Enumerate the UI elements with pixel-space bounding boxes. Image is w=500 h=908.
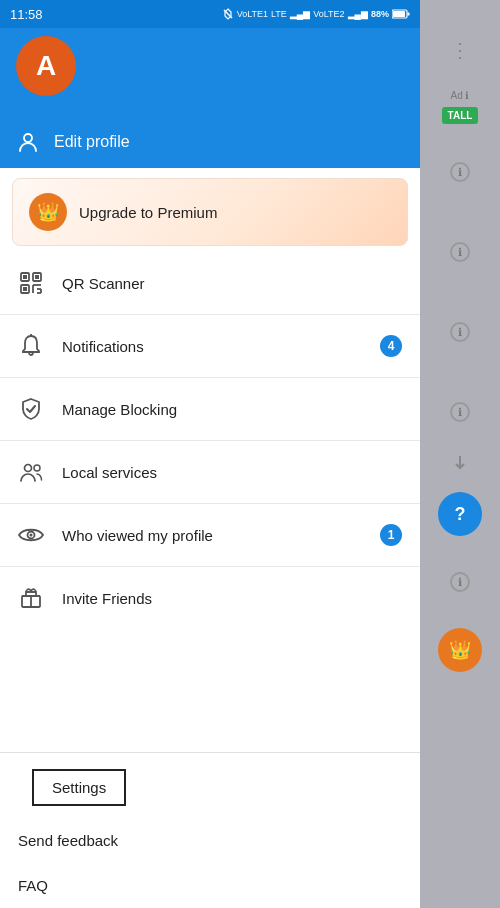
svg-point-17 [25,465,32,472]
bg-premium-icon: 👑 [438,628,482,672]
bg-install-button: TALL [442,107,479,124]
bg-info-3: ℹ [450,322,470,342]
menu-item-notifications[interactable]: Notifications 4 [0,319,420,373]
bg-info-1: ℹ [450,162,470,182]
send-feedback-label: Send feedback [18,832,118,849]
menu-item-invite-friends[interactable]: Invite Friends [0,571,420,625]
shield-icon [18,396,44,422]
status-time: 11:58 [10,7,43,22]
invite-friends-label: Invite Friends [62,590,402,607]
menu-item-local-services[interactable]: Local services [0,445,420,499]
divider-3 [0,440,420,441]
bg-info-5: ℹ [450,572,470,592]
divider-5 [0,566,420,567]
edit-profile-row[interactable]: Edit profile [0,120,420,168]
qr-scanner-label: QR Scanner [62,275,402,292]
mute-icon [222,8,234,20]
settings-label: Settings [52,779,106,796]
menu-list: QR Scanner Notifications 4 [0,256,420,752]
signal-bars: ▂▄▆ [290,9,310,19]
bg-arrow-icon [453,456,467,474]
settings-item[interactable]: Settings [32,769,126,806]
svg-rect-8 [35,275,39,279]
gift-icon [18,585,44,611]
person-icon [16,130,40,154]
bg-info-4: ℹ [450,402,470,422]
upgrade-banner[interactable]: 👑 Upgrade to Premium [12,178,408,246]
carrier-2: VoLTE2 [313,9,344,19]
notifications-label: Notifications [62,338,362,355]
faq-item[interactable]: FAQ [0,863,420,908]
manage-blocking-label: Manage Blocking [62,401,402,418]
navigation-drawer: 11:58 VoLTE1 LTE ▂▄▆ VoLTE2 ▂▄▆ 88% A [0,0,420,908]
svg-rect-10 [23,287,27,291]
svg-point-20 [30,534,33,537]
battery-icon [392,9,410,19]
qr-icon [18,270,44,296]
lte-label: LTE [271,9,287,19]
menu-item-who-viewed[interactable]: Who viewed my profile 1 [0,508,420,562]
background-overlay: ⋮ Ad ℹ TALL ℹ ℹ ℹ ℹ ? ℹ 👑 [420,0,500,908]
people-icon [18,459,44,485]
local-services-label: Local services [62,464,402,481]
bg-fab: ? [438,492,482,536]
bg-info-2: ℹ [450,242,470,262]
bg-dots-icon: ⋮ [450,38,470,62]
status-icons: VoLTE1 LTE ▂▄▆ VoLTE2 ▂▄▆ 88% [222,8,410,20]
divider-4 [0,503,420,504]
divider-2 [0,377,420,378]
signal-bars-2: ▂▄▆ [348,9,368,19]
battery-percent: 88% [371,9,389,19]
who-viewed-label: Who viewed my profile [62,527,362,544]
bottom-items: Settings Send feedback FAQ [0,752,420,908]
who-viewed-badge: 1 [380,524,402,546]
eye-icon [18,522,44,548]
edit-profile-label: Edit profile [54,133,130,151]
status-bar: 11:58 VoLTE1 LTE ▂▄▆ VoLTE2 ▂▄▆ 88% [0,0,420,28]
carrier-1: VoLTE1 [237,9,268,19]
svg-rect-3 [408,13,410,16]
svg-point-4 [24,134,32,142]
bell-icon [18,333,44,359]
svg-rect-2 [393,11,405,17]
svg-rect-6 [23,275,27,279]
faq-label: FAQ [18,877,48,894]
premium-icon: 👑 [29,193,67,231]
menu-item-qr-scanner[interactable]: QR Scanner [0,256,420,310]
send-feedback-item[interactable]: Send feedback [0,818,420,863]
divider-1 [0,314,420,315]
svg-point-18 [34,465,40,471]
notifications-badge: 4 [380,335,402,357]
avatar: A [16,36,76,96]
upgrade-label: Upgrade to Premium [79,204,217,221]
bg-ad-label: Ad ℹ [450,90,469,101]
menu-item-manage-blocking[interactable]: Manage Blocking [0,382,420,436]
